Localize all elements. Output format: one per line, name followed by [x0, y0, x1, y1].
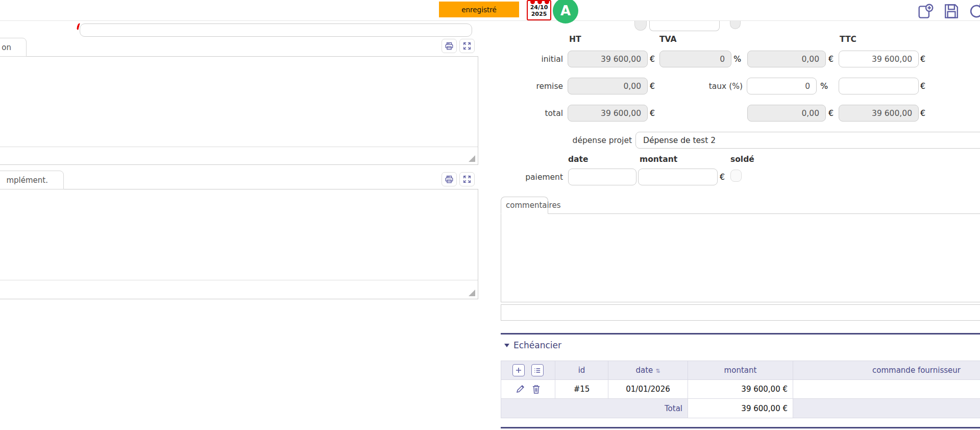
tab-commentaires[interactable]: commentaires — [501, 197, 548, 214]
initial-ht-input: 39 600,00 — [568, 51, 648, 67]
tab-complement-label: mplément. — [6, 176, 48, 185]
resize-grip-icon[interactable] — [469, 290, 475, 296]
total-label-cell: Total — [501, 399, 688, 418]
paiement-date-input[interactable] — [568, 169, 636, 185]
euro-suffix: € — [650, 108, 655, 118]
print-button[interactable] — [442, 39, 457, 53]
stepper-button-partial[interactable] — [634, 21, 647, 31]
top-partial-input[interactable] — [80, 23, 472, 37]
total-ttc-input: 39 600,00 — [839, 105, 919, 122]
remise-ttc-input[interactable] — [839, 78, 919, 94]
percent-suffix: % — [733, 54, 741, 64]
row-label-total: total — [485, 109, 563, 118]
invoice-page: Facture fournisseur#7- EJ sur dépense 2 … — [0, 0, 980, 430]
euro-suffix: € — [650, 81, 655, 91]
row-label-remise: remise — [485, 82, 563, 91]
editor-resize-bar[interactable] — [0, 147, 478, 164]
echeancier-data-row: #15 01/01/2026 39 600,00 € — [501, 380, 980, 399]
print-button-2[interactable] — [442, 172, 457, 186]
remise-ht-input: 0,00 — [568, 78, 648, 94]
section-divider — [501, 333, 980, 335]
delete-row-button[interactable] — [531, 384, 541, 394]
cell-date[interactable]: 01/01/2026 — [608, 380, 688, 399]
column-header-commande[interactable]: commande fournisseur — [793, 361, 980, 380]
column-header-date[interactable]: date⇅ — [608, 361, 688, 380]
column-header-montant[interactable]: montant — [688, 361, 793, 380]
tab-commentaires-label: commentaires — [506, 201, 561, 210]
edit-row-button[interactable] — [515, 384, 525, 394]
resize-grip-icon[interactable] — [469, 155, 475, 162]
total-filler-cell — [793, 399, 980, 418]
column-header-tva: TVA — [659, 35, 677, 44]
section-divider-bottom — [501, 427, 980, 428]
column-header-ht: HT — [569, 35, 581, 44]
new-document-icon[interactable] — [917, 3, 935, 20]
save-icon[interactable] — [942, 3, 961, 20]
calendar-year: 2025 — [528, 11, 550, 17]
echeancier-section-title[interactable]: Echéancier — [504, 340, 561, 350]
list-icon — [533, 367, 541, 374]
complement-editor[interactable] — [0, 189, 478, 299]
column-header-ttc: TTC — [840, 35, 856, 44]
sort-icon[interactable]: ⇅ — [655, 368, 660, 374]
stepper-button-partial[interactable] — [730, 21, 741, 29]
tab-description[interactable]: on — [0, 38, 27, 57]
paiement-solde-header: soldé — [730, 155, 754, 164]
cell-id[interactable]: #15 — [555, 380, 608, 399]
row-label-depense-projet: dépense projet — [510, 136, 632, 145]
initial-ttc-input[interactable]: 39 600,00 — [839, 51, 919, 67]
echeancier-total-row: Total 39 600,00 € — [501, 399, 980, 418]
actions-header-cell — [501, 361, 555, 380]
refresh-history-icon[interactable] — [968, 3, 980, 20]
collapse-triangle-icon — [504, 344, 509, 347]
editor-resize-bar[interactable] — [0, 280, 478, 299]
row-label-paiement: paiement — [485, 173, 563, 182]
euro-suffix: € — [828, 54, 834, 64]
depense-projet-input[interactable]: Dépense de test 2 — [635, 132, 980, 149]
list-view-button[interactable] — [531, 364, 544, 376]
expand-icon — [462, 41, 472, 51]
paiement-montant-input[interactable] — [638, 169, 718, 185]
fullscreen-button-2[interactable] — [459, 172, 475, 186]
remise-taux-input[interactable]: 0 — [747, 78, 817, 94]
paiement-date-header: date — [568, 155, 588, 164]
percent-suffix: % — [820, 81, 828, 91]
description-editor[interactable] — [0, 56, 478, 165]
euro-suffix: € — [920, 54, 925, 64]
euro-suffix: € — [828, 108, 834, 118]
euro-suffix: € — [720, 172, 725, 182]
print-icon — [445, 175, 454, 184]
trash-icon — [531, 384, 541, 394]
calendar-date-icon: 24/10 2025 — [527, 0, 551, 20]
cell-commande[interactable] — [793, 380, 980, 399]
pencil-icon — [515, 384, 525, 394]
add-row-button[interactable] — [512, 364, 525, 376]
total-value-cell: 39 600,00 € — [688, 399, 793, 418]
total-ht-input: 39 600,00 — [568, 105, 648, 122]
plus-icon — [515, 367, 522, 374]
partial-input[interactable] — [649, 21, 720, 31]
euro-suffix: € — [650, 54, 655, 64]
echeancier-header-row: id date⇅ montant commande fournisseur — [501, 361, 980, 380]
initial-tva-amount-input: 0,00 — [747, 51, 826, 67]
row-actions-cell — [501, 380, 555, 399]
solde-checkbox[interactable] — [730, 170, 742, 182]
initial-tva-rate-input: 0 — [659, 51, 731, 67]
commentaires-extra-field[interactable] — [501, 304, 980, 321]
commentaires-textarea[interactable] — [501, 213, 980, 302]
fullscreen-button[interactable] — [459, 39, 475, 53]
euro-suffix: € — [920, 108, 925, 118]
print-icon — [445, 41, 454, 51]
status-badge: enregistré — [439, 2, 519, 17]
row-label-taux: taux (%) — [664, 82, 743, 91]
calendar-day: 24/10 — [528, 4, 550, 11]
tab-complement[interactable]: mplément. — [0, 171, 64, 189]
cell-montant[interactable]: 39 600,00 € — [688, 380, 793, 399]
echeancier-title-label: Echéancier — [513, 340, 561, 350]
row-label-initial: initial — [485, 55, 563, 64]
expand-icon — [462, 175, 472, 184]
paiement-montant-header: montant — [640, 155, 677, 164]
euro-suffix: € — [920, 81, 925, 91]
total-tva-amount-input: 0,00 — [747, 105, 826, 122]
column-header-id[interactable]: id — [555, 361, 608, 380]
